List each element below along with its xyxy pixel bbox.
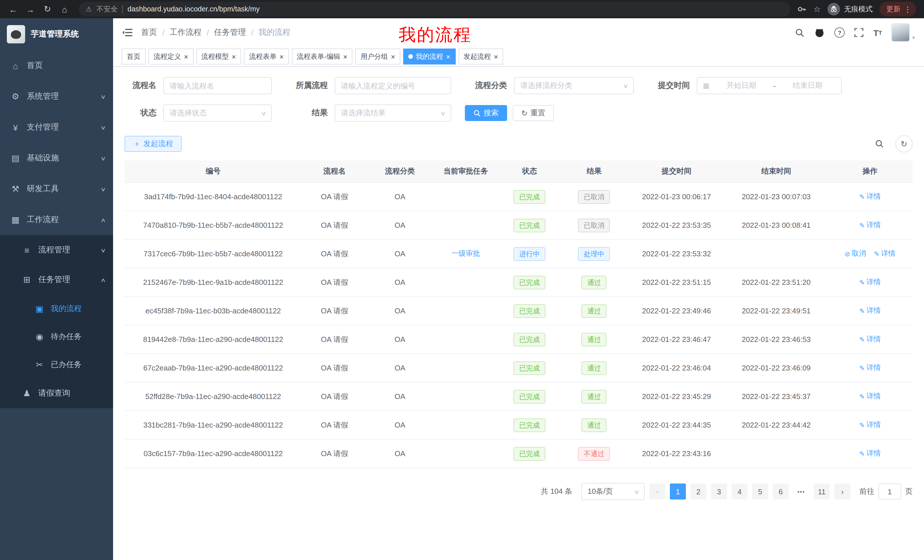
cancel-link[interactable]: ⊘取消 <box>844 249 866 259</box>
detail-link[interactable]: ✎详情 <box>859 192 880 202</box>
close-icon[interactable]: × <box>279 53 284 60</box>
browser-menu-icon[interactable]: ⋮ <box>904 5 911 13</box>
tab-1[interactable]: 流程定义 × <box>148 48 193 64</box>
table-tools: ↻ <box>872 135 913 153</box>
cell-id: 2152467e-7b9b-11ec-9a1b-acde48001122 <box>124 268 302 296</box>
sidebar-menu: ⌂ 首页 ⚙ 系统管理 ∨ ¥ 支付管理 ∨ ▤ 基础设施 ∨ ⚒ 研发工具 ∨… <box>0 50 113 408</box>
sidebar-item-label: 已办任务 <box>51 359 105 370</box>
sidebar-item-9[interactable]: ◉ 待办任务 <box>0 322 113 350</box>
process-name-input[interactable] <box>170 81 266 90</box>
detail-link[interactable]: ✎详情 <box>859 420 880 430</box>
cell-status: 已完成 <box>499 411 560 439</box>
result-select[interactable]: 请选择流结果 ∨ <box>334 105 451 121</box>
detail-link[interactable]: ✎详情 <box>859 363 880 373</box>
page-number[interactable]: 2 <box>690 484 706 500</box>
detail-link[interactable]: ✎详情 <box>859 449 880 458</box>
close-icon[interactable]: × <box>184 53 188 60</box>
detail-link[interactable]: ✎详情 <box>859 392 880 401</box>
sidebar-item-2[interactable]: ¥ 支付管理 ∨ <box>0 112 113 143</box>
parent-process-input[interactable] <box>341 81 445 90</box>
reset-button-label: 重置 <box>531 108 545 118</box>
help-icon[interactable]: ? <box>834 27 844 38</box>
page-number[interactable]: 1 <box>670 484 686 500</box>
tab-5[interactable]: 用户分组 × <box>356 48 400 64</box>
page-number[interactable]: 4 <box>732 484 747 500</box>
tab-0[interactable]: 首页 <box>122 48 146 64</box>
close-icon[interactable]: × <box>446 53 450 60</box>
sidebar-item-label: 支付管理 <box>27 122 101 132</box>
date-range-picker[interactable]: ▦ 开始日期 - 结束日期 <box>697 77 842 94</box>
detail-link[interactable]: ✎详情 <box>874 249 896 259</box>
page-size-select[interactable]: 10条/页 ∨ <box>581 483 645 500</box>
cell-name: OA 请假 <box>302 382 367 411</box>
detail-link[interactable]: ✎详情 <box>859 220 880 230</box>
app-logo[interactable]: 芋道管理系统 <box>0 18 113 50</box>
goto-page-input[interactable] <box>878 484 901 500</box>
create-process-button[interactable]: ＋ 发起流程 <box>124 136 182 152</box>
close-icon[interactable]: × <box>391 53 395 60</box>
sidebar-item-6[interactable]: ≡ 流程管理 ∨ <box>0 235 113 265</box>
search-toggle-icon[interactable] <box>872 136 888 152</box>
tab-7[interactable]: 发起流程 × <box>458 48 503 64</box>
page-number[interactable]: 5 <box>752 484 768 500</box>
page-number[interactable]: 3 <box>711 484 727 500</box>
search-button-label: 搜索 <box>484 108 498 118</box>
cell-end-time: 2022-01-22 23:45:37 <box>725 382 828 411</box>
github-icon[interactable] <box>814 27 825 38</box>
back-icon[interactable]: ← <box>6 2 21 16</box>
sidebar-item-8[interactable]: ▣ 我的流程 <box>0 295 113 322</box>
next-page-button[interactable]: › <box>834 484 850 500</box>
cell-name: OA 请假 <box>302 353 367 382</box>
breadcrumb-item[interactable]: 任务管理 <box>214 27 246 38</box>
cell-submit-time: 2022-01-22 23:45:29 <box>628 382 725 411</box>
close-icon[interactable]: × <box>343 53 348 60</box>
page-number[interactable]: 6 <box>772 484 789 500</box>
done-task-icon: ✂ <box>33 359 46 370</box>
sidebar-item-4[interactable]: ⚒ 研发工具 ∨ <box>0 174 113 204</box>
category-select[interactable]: 请选择流程分类 ∨ <box>514 77 634 94</box>
forward-icon[interactable]: → <box>23 2 38 16</box>
tab-6[interactable]: 我的流程 × <box>403 48 455 64</box>
sidebar-item-10[interactable]: ✂ 已办任务 <box>0 350 113 379</box>
url-bar[interactable]: ⚠ 不安全 dashboard.yudao.iocoder.cn/bpm/tas… <box>79 2 790 16</box>
user-avatar[interactable]: ▾ <box>892 23 915 42</box>
sidebar-item-3[interactable]: ▤ 基础设施 ∨ <box>0 143 113 174</box>
update-button[interactable]: 更新 ⋮ <box>879 2 916 16</box>
tab-3[interactable]: 流程表单 × <box>244 48 289 64</box>
cell-submit-time: 2022-01-22 23:53:35 <box>628 211 725 240</box>
breadcrumb-item[interactable]: 首页 <box>141 27 157 38</box>
reload-icon[interactable]: ↻ <box>40 2 55 16</box>
breadcrumb-item[interactable]: 工作流程 <box>170 27 202 38</box>
avatar-image <box>892 23 910 42</box>
tab-4[interactable]: 流程表单-编辑 × <box>292 48 352 64</box>
sidebar-item-0[interactable]: ⌂ 首页 <box>0 50 113 81</box>
sidebar-item-1[interactable]: ⚙ 系统管理 ∨ <box>0 81 113 112</box>
breadcrumb-item[interactable]: 我的流程 <box>258 27 290 38</box>
filter-submit-time: 提交时间 ▦ 开始日期 - 结束日期 <box>648 77 842 94</box>
close-icon[interactable]: × <box>494 53 498 60</box>
sidebar-item-11[interactable]: ♟ 请假查询 <box>0 379 113 408</box>
search-button[interactable]: 搜索 <box>465 105 507 121</box>
detail-link[interactable]: ✎详情 <box>859 277 880 287</box>
refresh-table-icon[interactable]: ↻ <box>896 135 913 153</box>
current-task-link[interactable]: 一级审批 <box>452 249 480 259</box>
search-icon[interactable] <box>795 28 805 37</box>
close-icon[interactable]: × <box>232 53 236 60</box>
font-size-icon[interactable]: TT <box>873 28 882 37</box>
sidebar-item-7[interactable]: ⊞ 任务管理 ∧ <box>0 265 113 295</box>
page-number[interactable]: 11 <box>814 484 830 500</box>
fullscreen-icon[interactable] <box>854 28 864 37</box>
detail-link[interactable]: ✎详情 <box>859 306 880 316</box>
detail-link[interactable]: ✎详情 <box>859 334 880 344</box>
more-pages-icon[interactable]: ••• <box>793 484 809 500</box>
key-icon[interactable] <box>798 4 807 14</box>
sidebar-item-5[interactable]: ▦ 工作流程 ∧ <box>0 204 113 235</box>
hamburger-icon[interactable] <box>122 28 132 37</box>
tab-2[interactable]: 流程模型 × <box>196 48 241 64</box>
bookmark-star-icon[interactable]: ☆ <box>813 4 820 14</box>
prev-page-button[interactable]: ‹ <box>650 484 665 500</box>
edit-icon: ✎ <box>859 221 865 229</box>
browser-home-icon[interactable]: ⌂ <box>57 2 72 16</box>
reset-button[interactable]: ↻ 重置 <box>513 105 554 121</box>
status-select[interactable]: 请选择状态 ∨ <box>164 105 272 121</box>
